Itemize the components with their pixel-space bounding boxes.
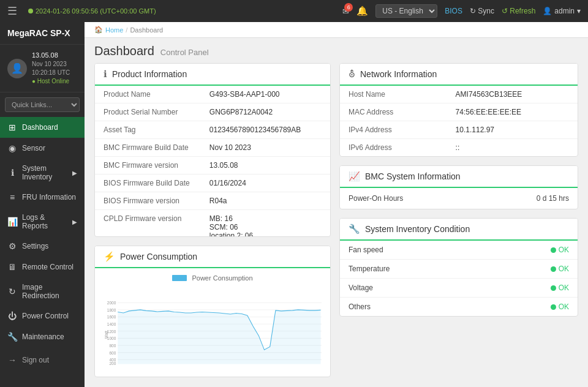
status-ok: OK [551,265,569,273]
sidebar-nav: ⊞ Dashboard ◉ Sensor ℹ System Inventory … [0,117,85,387]
chart-legend: Power Consumption [104,274,322,282]
network-info-table: Host NameAMI74563CB13EEEMAC Address74:56… [340,86,578,156]
list-item: Fan speed OK [340,241,578,260]
network-info-header: ⛢ Network Information [340,64,578,86]
bmc-value: 0 d 15 hrs [537,194,569,203]
power-consumption-title: Power Consumption [120,252,197,261]
table-row: MAC Address74:56:EE:EE:EE:EE [340,103,578,121]
sidebar-item-sensor[interactable]: ◉ Sensor [0,138,85,159]
table-row: Product NameG493-SB4-AAP1-000 [95,86,330,103]
row-value: 74:56:EE:EE:EE:EE [447,103,578,121]
status-ok: OK [551,246,569,254]
status-label: Fan speed [349,246,383,254]
sidebar-label-logs: Logs & Reports [22,213,67,230]
sidebar-label-sensor: Sensor [22,144,45,152]
table-row: CPLD Firmware versionMB: 16 SCM: 06 loca… [95,210,330,238]
timestamp: 2024-01-26 09:50:56 (UTC+00:00 GMT) [28,7,156,15]
status-label: Others [349,302,371,311]
ok-dot [551,266,556,272]
logs-icon: 📊 [7,217,17,227]
ok-text: OK [559,284,569,292]
alert-icon[interactable]: 🔔 [356,6,368,17]
refresh-button[interactable]: ↺ Refresh [502,7,535,15]
table-row: IPv4 Address10.1.112.97 [340,121,578,139]
status-ok: OK [551,302,569,311]
ok-dot [551,247,556,253]
mail-icon[interactable]: ✉ 6 [342,7,349,16]
list-item: Others OK [340,298,578,316]
sidebar-label-maintenance: Maintenance [22,333,64,341]
bmc-system-header: 📈 BMC System Information [340,166,578,188]
table-row: IPv6 Address:: [340,139,578,157]
row-label: Asset Tag [95,121,201,139]
system-inventory-condition-title: System Inventory Condition [365,224,470,234]
sidebar-label-dashboard: Dashboard [22,123,58,132]
sidebar-label-signout: Sign out [22,356,49,364]
chevron-icon-logs: ▶ [72,219,77,225]
language-select[interactable]: US - English [375,4,437,18]
ok-text: OK [559,246,569,254]
page-title: Dashboard [94,44,154,58]
status-label: Voltage [349,284,373,292]
breadcrumb-home[interactable]: Home [105,26,123,34]
chart-svg-wrapper: 2000 1800 1600 1400 1200 1000 800 600 40… [104,287,322,377]
wrench-icon: 🔧 [349,224,360,235]
quick-links[interactable]: Quick Links... [0,92,85,117]
row-value: Nov 10 2023 [201,139,330,157]
row-value: MB: 16 SCM: 06 location 2: 06 location 3… [201,210,330,238]
system-inventory-condition-header: 🔧 System Inventory Condition [340,219,578,241]
remote-control-icon: 🖥 [7,262,17,272]
system-inventory-icon: ℹ [7,168,17,178]
bmc-system-title: BMC System Information [365,171,461,181]
sidebar-item-power-control[interactable]: ⏻ Power Control [0,306,85,326]
bios-button[interactable]: BIOS [445,7,462,15]
sidebar-label-image: Image Redirection [22,283,77,300]
table-row: BIOS Firmware Build Date01/16/2024 [95,175,330,192]
inventory-condition-rows: Fan speed OK Temperature OK Voltage OK O… [340,241,578,316]
fru-icon: ≡ [7,192,17,202]
topbar: ☰ 2024-01-26 09:50:56 (UTC+00:00 GMT) ✉ … [0,0,588,22]
network-info-title: Network Information [360,69,437,79]
product-info-table: Product NameG493-SB4-AAP1-000Product Ser… [95,86,330,237]
table-row: BIOS Firmware versionR04a [95,192,330,210]
sidebar-item-system-inventory[interactable]: ℹ System Inventory ▶ [0,159,85,187]
row-label: Host Name [340,86,447,103]
product-info-panel: ℹ Product Information Product NameG493-S… [94,63,331,237]
app-logo: MegaRAC SP-X [0,22,85,45]
row-label: CPLD Firmware version [95,210,201,238]
sync-button[interactable]: ↻ Sync [470,7,494,15]
status-label: Temperature [349,265,390,273]
admin-menu[interactable]: 👤 admin ▾ [543,7,581,15]
quick-links-select[interactable]: Quick Links... [5,97,80,112]
main-content: 🏠 Home / Dashboard Dashboard Control Pan… [85,22,588,387]
sidebar-item-settings[interactable]: ⚙ Settings [0,236,85,257]
sidebar-item-signout[interactable]: → Sign out [0,350,85,370]
ok-text: OK [559,265,569,273]
host-status: ● Host Online [32,77,77,86]
sensor-icon: ◉ [7,143,17,153]
breadcrumb: 🏠 Home / Dashboard [85,22,588,38]
bmc-power-on-row: Power-On Hours 0 d 15 hrs [340,188,578,209]
product-info-header: ℹ Product Information [95,64,330,86]
sidebar-label-power: Power Control [22,312,69,320]
sidebar-item-remote-control[interactable]: 🖥 Remote Control [0,257,85,277]
bmc-icon: 📈 [349,171,360,182]
row-value: G493-SB4-AAP1-000 [201,86,330,103]
dashboard-icon: ⊞ [7,122,17,132]
menu-icon[interactable]: ☰ [7,4,17,18]
chart-area: Power Consumption 2000 1800 1600 1400 12… [95,268,330,377]
row-value: AMI74563CB13EEE [447,86,578,103]
svg-text:1400: 1400 [107,322,116,326]
network-info-panel: ⛢ Network Information Host NameAMI74563C… [339,63,578,157]
sidebar-label-system-inventory: System Inventory [22,164,67,181]
table-row: BMC Firmware version13.05.08 [95,157,330,175]
product-info-title: Product Information [112,69,187,79]
sidebar-item-image-redirection[interactable]: ↻ Image Redirection [0,277,85,306]
sidebar-item-maintenance[interactable]: 🔧 Maintenance [0,326,85,347]
sidebar-item-fru[interactable]: ≡ FRU Information [0,187,85,208]
sidebar-item-logs[interactable]: 📊 Logs & Reports ▶ [0,208,85,236]
sidebar-item-dashboard[interactable]: ⊞ Dashboard [0,117,85,138]
page-header: Dashboard Control Panel [85,38,588,63]
status-dot [28,9,33,13]
network-icon: ⛢ [349,69,355,80]
